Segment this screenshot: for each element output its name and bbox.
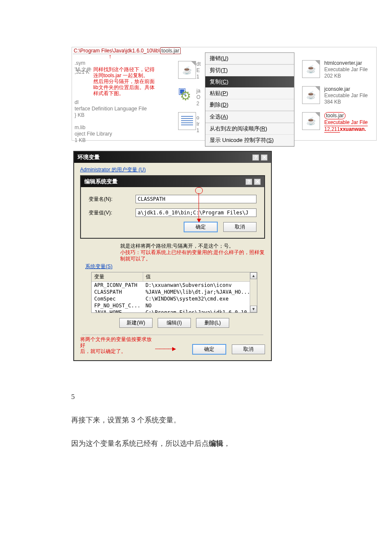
file-size-fragment: 1 KB: [75, 137, 177, 144]
new-button[interactable]: 新建(W): [119, 318, 153, 328]
article-paragraph: 再接下来，设置第 3 个系统变量。: [71, 414, 327, 426]
delete-button[interactable]: 删除(L): [196, 318, 229, 328]
menu-select-all[interactable]: 全选(A): [205, 111, 294, 123]
menu-cut[interactable]: 剪切(T): [205, 65, 294, 76]
jar-file-icon: [302, 112, 320, 130]
file-type: Executable Jar File: [324, 92, 368, 99]
file-type-fragment: oject File Library: [75, 131, 177, 137]
ok-button[interactable]: 确定: [193, 344, 226, 354]
cancel-button[interactable]: 取消: [223, 222, 257, 232]
sys-vars-label: 系统变量(S): [85, 263, 265, 270]
context-menu: 撤销(U) 剪切(T) 复制(C) 粘贴(P) 删除(D) 全选(A) 从右到左…: [205, 52, 294, 147]
col-header-var[interactable]: 变量: [92, 272, 143, 282]
file-extra: xxuanwan.: [340, 126, 366, 132]
user-vars-label: Administrator 的用户变量 (U): [80, 166, 265, 173]
file-name-fragment: dl: [75, 99, 177, 106]
red-arrow-up-icon: ↑: [109, 53, 112, 59]
lib-file-icon: [178, 112, 196, 130]
article-body: 5 再接下来，设置第 3 个系统变量。 因为这个变量名系统已经有，所以选中后点编…: [71, 391, 327, 450]
close-button[interactable]: ✕: [261, 154, 268, 161]
help-button[interactable]: ?: [252, 154, 259, 161]
menu-undo[interactable]: 撤销(U): [205, 53, 294, 64]
cancel-button[interactable]: 取消: [232, 344, 265, 354]
var-value-label: 变量值(V):: [89, 209, 130, 217]
file-type-fragment: terface Definition Language File: [75, 106, 177, 112]
table-row[interactable]: JAVA_HOMEC:\Program Files\Java\jdk1.6.0_…: [92, 309, 253, 313]
article-paragraph: 因为这个变量名系统已经有，所以选中后点编辑，: [71, 438, 327, 449]
red-annotation: 同样找到这个路径下，记得 连同tools.jar 一起复制。 然后用分号隔开，放…: [93, 66, 155, 96]
file-size-fragment: } KB: [75, 112, 177, 119]
left-file-column: .sym 'M 文件 同样找到这个路径下，记得 连同tools.jar 一起复制…: [75, 60, 177, 144]
var-name-label: 变量名(N):: [89, 196, 130, 203]
red-annotation-semicolon: 就是这样将两个路径用;号隔离开，不是这个；号。 小技巧：可以看系统上已经有的变量…: [120, 243, 265, 262]
close-button[interactable]: ✕: [254, 179, 261, 185]
jar-file-icon: [178, 61, 196, 79]
var-name-input[interactable]: [135, 195, 257, 203]
col-header-val[interactable]: 值: [143, 272, 253, 282]
file-name: htmlconverter.jar: [324, 60, 368, 66]
menu-unicode[interactable]: 显示 Unicode 控制字符(S): [205, 135, 294, 146]
inner-dialog-title: 编辑系统变量: [84, 178, 118, 185]
table-row[interactable]: CLASSPATH%JAVA_HOME%\lib\dt.jar;%JAVA_HO…: [92, 289, 253, 295]
ok-button[interactable]: 确定: [184, 222, 217, 232]
file-item[interactable]: htmlconverter.jar Executable Jar File 20…: [302, 60, 368, 79]
help-button[interactable]: ?: [245, 179, 252, 185]
edit-button[interactable]: 编辑(I): [158, 318, 191, 328]
edit-system-var-dialog: 编辑系统变量 ? ✕ 变量名(N): 变量值(V):: [80, 175, 265, 239]
left-icon-column: [174, 61, 200, 138]
table-row[interactable]: FP_NO_HOST_C...NO: [92, 302, 253, 309]
file-size: 384 KB: [324, 99, 368, 105]
menu-rtl[interactable]: 从右到左的阅读顺序(R): [205, 123, 294, 135]
file-type: Executable Jar File: [324, 66, 368, 73]
file-size: 202 KB: [324, 73, 368, 79]
menu-delete[interactable]: 删除(D): [205, 99, 294, 111]
env-var-screenshot: 环境变量 ? ✕ Administrator 的用户变量 (U) 编辑系统变量 …: [73, 151, 272, 361]
right-file-column: htmlconverter.jar Executable Jar File 20…: [302, 60, 368, 139]
scrollbar[interactable]: ▲ ▼: [250, 272, 257, 312]
path-file: tools.jar: [160, 47, 181, 54]
scroll-up-icon[interactable]: ▲: [250, 272, 257, 279]
path-bar: C:\Program Files\Java\jdk1.6.0_10\lib\to…: [73, 47, 182, 54]
step-number: 5: [71, 391, 327, 402]
file-name-fragment: m.lib: [75, 124, 177, 131]
idl-file-icon: [178, 87, 196, 104]
mid-fragment-column: dtE1 jaO2 oIr1: [196, 61, 202, 134]
red-arrow-right-icon: ————▶: [155, 346, 175, 352]
file-name: jconsole.jar: [324, 86, 368, 92]
jar-file-icon: [302, 60, 320, 78]
menu-copy[interactable]: 复制(C): [205, 76, 294, 88]
explorer-screenshot: C:\Program Files\Java\jdk1.6.0_10\lib\to…: [72, 47, 377, 141]
var-value-input[interactable]: [135, 208, 257, 217]
jar-file-icon: [302, 86, 320, 104]
sys-vars-listbox[interactable]: 变量值 APR_ICONV_PATHD:\xxuanwan\Subversion…: [91, 272, 257, 313]
menu-paste[interactable]: 粘贴(P): [205, 88, 294, 99]
file-name-circled: tools.jar: [324, 112, 346, 119]
inner-dialog-titlebar: 编辑系统变量 ? ✕: [81, 176, 264, 187]
table-row[interactable]: ComSpecC:\WINDOWS\system32\cmd.exe: [92, 295, 253, 302]
env-var-dialog: 环境变量 ? ✕ Administrator 的用户变量 (U) 编辑系统变量 …: [73, 151, 272, 361]
path-text: C:\Program Files\Java\jdk1.6.0_10\lib\: [74, 48, 160, 54]
file-item-tools[interactable]: tools.jar Executable Jar File 12,211xxua…: [302, 112, 368, 133]
divider: [82, 335, 263, 335]
table-row[interactable]: APR_ICONV_PATHD:\xxuanwan\Subversion\ico…: [92, 282, 253, 289]
dialog-titlebar: 环境变量 ? ✕: [74, 152, 271, 163]
file-type: Executable Jar File: [324, 119, 368, 126]
file-size: 12,211: [324, 126, 340, 133]
red-annotation-bottom: 将两个文件夹的变量值按要求放好 后，就可以确定了。: [80, 336, 155, 354]
scroll-down-icon[interactable]: ▼: [250, 306, 257, 312]
dialog-title: 环境变量: [78, 153, 100, 161]
file-item[interactable]: jconsole.jar Executable Jar File 384 KB: [302, 86, 368, 105]
file-name-fragment: .sym: [75, 60, 177, 66]
